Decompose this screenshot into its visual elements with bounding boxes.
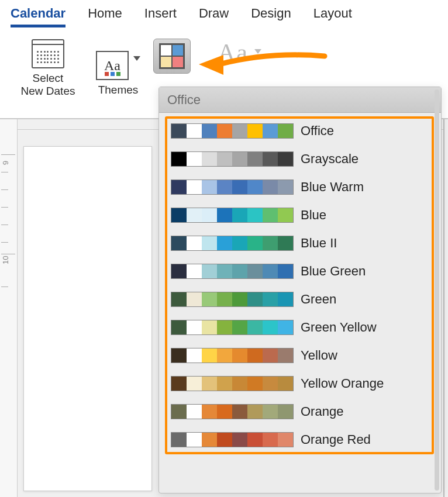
color-scheme-item[interactable]: Blue II	[171, 236, 428, 251]
color-scheme-label: Blue II	[301, 236, 337, 251]
chevron-down-icon	[254, 49, 261, 54]
color-scheme-swatches	[171, 320, 294, 335]
color-scheme-label: Blue	[301, 208, 326, 223]
ribbon-tabs: Calendar Home Insert Draw Design Layout	[0, 0, 448, 28]
scrollbar[interactable]	[435, 89, 439, 491]
color-scheme-swatches	[171, 404, 294, 419]
tab-insert[interactable]: Insert	[144, 6, 177, 25]
select-dates-label-2: New Dates	[21, 85, 75, 98]
themes-aa-icon: Aa	[104, 58, 120, 74]
right-edge	[443, 119, 448, 497]
color-scheme-label: Yellow	[301, 348, 337, 363]
tab-calendar[interactable]: Calendar	[11, 6, 66, 27]
color-scheme-item[interactable]: Blue	[171, 208, 428, 223]
theme-colors-button[interactable]	[153, 39, 191, 74]
theme-colors-dropdown: Office OfficeGrayscaleBlue WarmBlueBlue …	[158, 87, 442, 493]
color-scheme-swatches	[171, 236, 294, 251]
select-dates-label-1: Select	[33, 72, 64, 85]
color-scheme-swatches	[171, 292, 294, 307]
color-scheme-item[interactable]: Orange Red	[171, 432, 428, 447]
themes-button[interactable]: Aa	[96, 51, 129, 80]
color-scheme-item[interactable]: Blue Green	[171, 264, 428, 279]
dropdown-section-header: Office	[159, 87, 441, 113]
color-scheme-list: OfficeGrayscaleBlue WarmBlueBlue IIBlue …	[165, 116, 434, 454]
color-scheme-item[interactable]: Yellow	[171, 348, 428, 363]
tab-home[interactable]: Home	[88, 6, 122, 25]
color-scheme-item[interactable]: Green Yellow	[171, 320, 428, 335]
color-scheme-label: Orange	[301, 404, 343, 419]
color-scheme-label: Yellow Orange	[301, 376, 384, 391]
ruler-vertical: 9 10	[0, 119, 18, 497]
color-scheme-swatches	[171, 348, 294, 363]
theme-colors-icon	[159, 43, 185, 69]
color-scheme-item[interactable]: Yellow Orange	[171, 376, 428, 391]
color-scheme-label: Blue Warm	[301, 180, 364, 195]
tab-layout[interactable]: Layout	[313, 6, 352, 25]
color-scheme-label: Grayscale	[301, 151, 359, 167]
color-scheme-swatches	[171, 180, 294, 195]
select-new-dates-button[interactable]: Select New Dates	[7, 36, 89, 98]
color-scheme-item[interactable]: Green	[171, 292, 428, 307]
chevron-down-icon[interactable]	[133, 56, 140, 61]
themes-label: Themes	[98, 84, 139, 96]
color-scheme-item[interactable]: Office	[171, 123, 428, 139]
fonts-aa-icon: Aa	[218, 39, 249, 66]
color-scheme-item[interactable]: Blue Warm	[171, 180, 428, 195]
color-scheme-swatches	[171, 432, 294, 447]
color-scheme-swatches	[171, 208, 294, 223]
document-page	[23, 146, 152, 491]
color-scheme-item[interactable]: Orange	[171, 404, 428, 419]
tab-design[interactable]: Design	[251, 6, 291, 25]
color-scheme-label: Office	[301, 123, 334, 139]
color-scheme-label: Green	[301, 292, 336, 307]
color-scheme-swatches	[171, 123, 294, 139]
color-scheme-item[interactable]: Grayscale	[171, 151, 428, 167]
theme-fonts-button[interactable]: Aa	[218, 39, 249, 67]
calendar-icon	[32, 39, 64, 68]
color-scheme-label: Orange Red	[301, 432, 371, 447]
color-scheme-swatches	[171, 264, 294, 279]
color-scheme-swatches	[171, 151, 294, 167]
color-scheme-swatches	[171, 376, 294, 391]
color-scheme-label: Green Yellow	[301, 320, 377, 335]
tab-draw[interactable]: Draw	[199, 6, 229, 25]
color-scheme-label: Blue Green	[301, 264, 366, 279]
